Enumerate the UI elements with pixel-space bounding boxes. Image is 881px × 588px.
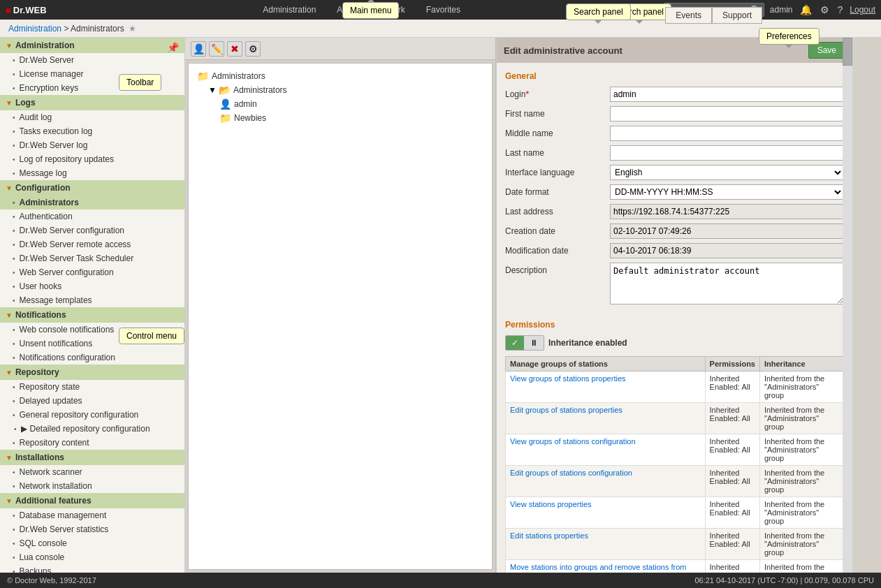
sidebar-item-detailed-repo-config[interactable]: ▶ Detailed repository configuration (0, 422, 184, 436)
breadcrumb-current: Administrators (71, 24, 124, 34)
inherit-toggle: ✓ ⏸ (505, 335, 544, 351)
left-tree-area: 👤 ✏️ ✖ ⚙ 📁 Administrators ▼ 📂 Administra… (185, 38, 496, 573)
delete-button[interactable]: ✖ (227, 41, 242, 57)
help-icon[interactable]: ? (836, 3, 845, 17)
tree-node-newbies[interactable]: 📁 Newbies (217, 111, 486, 125)
main-layout: 📌 ▼ Administration Dr.Web Server License… (0, 38, 881, 573)
menu-favorites[interactable]: Favorites (426, 5, 460, 15)
permissions-title: Permissions (505, 320, 844, 330)
sidebar-item-repo-state[interactable]: Repository state (0, 380, 184, 394)
sidebar-item-repo-content[interactable]: Repository content (0, 436, 184, 450)
input-firstname[interactable] (610, 106, 844, 122)
favorite-star[interactable]: ★ (129, 24, 136, 34)
tree-node-admin[interactable]: 👤 admin (217, 97, 486, 111)
sidebar-item-tasks-execution-log[interactable]: Tasks execution log (0, 124, 184, 138)
sidebar-item-delayed-updates[interactable]: Delayed updates (0, 394, 184, 408)
logout-button[interactable]: Logout (850, 5, 875, 15)
add-user-button[interactable]: 👤 (191, 41, 206, 57)
sidebar-item-drweb-server-log[interactable]: Dr.Web Server log (0, 138, 184, 152)
label-lastname: Last name (505, 145, 610, 158)
perm-action-link[interactable]: Move stations into groups and remove sta… (510, 563, 687, 573)
perm-action-link[interactable]: Edit groups of stations properties (510, 406, 622, 414)
input-login[interactable] (610, 87, 844, 102)
sidebar-section-header-additional[interactable]: ▼ Additional features (0, 493, 184, 508)
sidebar-section-header-notifications[interactable]: ▼ Notifications (0, 307, 184, 323)
form-row-moddate: Modification date (505, 243, 844, 258)
sidebar-section-header-configuration[interactable]: ▼ Configuration (0, 180, 184, 196)
label-language: Interface language (505, 165, 610, 177)
scrollbar-track[interactable] (843, 38, 852, 573)
input-middlename[interactable] (610, 126, 844, 141)
sidebar-item-db-management[interactable]: Database management (0, 508, 184, 522)
sidebar-item-administrators[interactable]: Administrators (0, 196, 184, 210)
perm-action-link[interactable]: Edit stations properties (510, 531, 588, 540)
inherit-value: Inherited from the"Administrators" group (759, 560, 843, 573)
inherit-check-button[interactable]: ✓ (506, 336, 524, 350)
perm-action-link[interactable]: View groups of stations properties (510, 374, 626, 383)
table-row: Edit groups of stations properties Inher… (506, 403, 844, 434)
events-button[interactable]: Events (665, 7, 712, 24)
form-row-lastaddress: Last address (505, 204, 844, 219)
sidebar-item-drweb-server[interactable]: Dr.Web Server (0, 53, 184, 67)
callout-search-panel-fixed: Search panel (566, 3, 631, 20)
breadcrumb-admin-link[interactable]: Administration (8, 24, 61, 34)
tree-node-root[interactable]: 📁 Administrators (194, 69, 486, 83)
sidebar-item-message-templates[interactable]: Message templates (0, 293, 184, 307)
sidebar-item-drweb-stats[interactable]: Dr.Web Server statistics (0, 522, 184, 536)
perm-action-link[interactable]: Edit groups of stations configuration (510, 469, 632, 477)
select-language[interactable]: English Russian (610, 165, 844, 180)
folder-icon: 📁 (219, 112, 231, 124)
sidebar-item-network-scanner[interactable]: Network scanner (0, 465, 184, 479)
menu-administration[interactable]: Administration (263, 5, 316, 15)
tree-node-administrators[interactable]: ▼ 📂 Administrators (205, 83, 486, 97)
sidebar-section-header-repository[interactable]: ▼ Repository (0, 365, 184, 380)
sidebar-item-web-server-config[interactable]: Web Server configuration (0, 265, 184, 279)
timestamp-label: 06:21 04-10-2017 (UTC -7:00) | 00.079, 0… (694, 576, 874, 585)
sidebar-section-installations: ▼ Installations Network scanner Network … (0, 450, 184, 493)
sidebar-item-user-hooks[interactable]: User hooks (0, 279, 184, 293)
arrow-icon: ▼ (6, 497, 13, 505)
inherit-pause-button[interactable]: ⏸ (524, 336, 544, 350)
inheritance-bar: ✓ ⏸ Inheritance enabled (505, 335, 844, 351)
perm-action-link[interactable]: View stations properties (510, 500, 592, 508)
admin-icon: 👤 (219, 98, 231, 110)
inherit-value: Inherited from the"Administrators" group (759, 434, 843, 466)
sidebar-item-drweb-server-config[interactable]: Dr.Web Server configuration (0, 223, 184, 237)
settings-button[interactable]: ⚙ (245, 41, 261, 57)
input-lastname[interactable] (610, 145, 844, 161)
sidebar-item-notif-config[interactable]: Notifications configuration (0, 351, 184, 365)
sidebar-item-general-repo-config[interactable]: General repository configuration (0, 408, 184, 422)
gear-icon[interactable]: ⚙ (819, 3, 831, 17)
label-lastaddress: Last address (505, 204, 610, 216)
sidebar-item-authentication[interactable]: Authentication (0, 210, 184, 223)
section-title-additional: Additional features (15, 496, 92, 506)
sidebar-section-header-installations[interactable]: ▼ Installations (0, 450, 184, 465)
perm-value: InheritedEnabled: All (705, 372, 759, 403)
pin-button[interactable]: 📌 (167, 42, 179, 53)
perm-col-permissions: Permissions (705, 357, 759, 372)
sidebar-item-network-installation[interactable]: Network installation (0, 479, 184, 493)
sidebar-item-audit-log[interactable]: Audit log (0, 110, 184, 124)
select-dateformat[interactable]: DD-MM-YYYY HH:MM:SS MM-DD-YYYY HH:MM:SS (610, 184, 844, 200)
tree-panel: 📁 Administrators ▼ 📂 Administrators 👤 ad… (188, 63, 493, 570)
support-button[interactable]: Support (712, 7, 762, 24)
sidebar-item-message-log[interactable]: Message log (0, 166, 184, 180)
arrow-icon: ▼ (6, 184, 13, 192)
bell-icon[interactable]: 🔔 (799, 3, 813, 17)
sidebar-item-log-repo-updates[interactable]: Log of repository updates (0, 152, 184, 166)
sidebar-item-backups[interactable]: Backups (0, 564, 184, 573)
perm-action-link[interactable]: View groups of stations configuration (510, 437, 636, 446)
sidebar-item-sql-console[interactable]: SQL console (0, 536, 184, 550)
sidebar-item-lua-console[interactable]: Lua console (0, 550, 184, 564)
section-title-logs: Logs (15, 98, 36, 108)
sidebar-item-task-scheduler[interactable]: Dr.Web Server Task Scheduler (0, 251, 184, 265)
textarea-description[interactable]: Default administrator account (610, 263, 844, 304)
sidebar-section-header-logs[interactable]: ▼ Logs (0, 95, 184, 110)
sidebar-section-header-administration[interactable]: ▼ Administration (0, 38, 184, 53)
scrollbar-thumb[interactable] (843, 38, 852, 66)
section-title-installations: Installations (15, 453, 64, 462)
right-panel: Edit administrative account Save General… (496, 38, 852, 573)
perm-col-action: Manage groups of stations (506, 357, 706, 372)
edit-button[interactable]: ✏️ (209, 41, 224, 57)
sidebar-item-drweb-server-remote[interactable]: Dr.Web Server remote access (0, 237, 184, 251)
